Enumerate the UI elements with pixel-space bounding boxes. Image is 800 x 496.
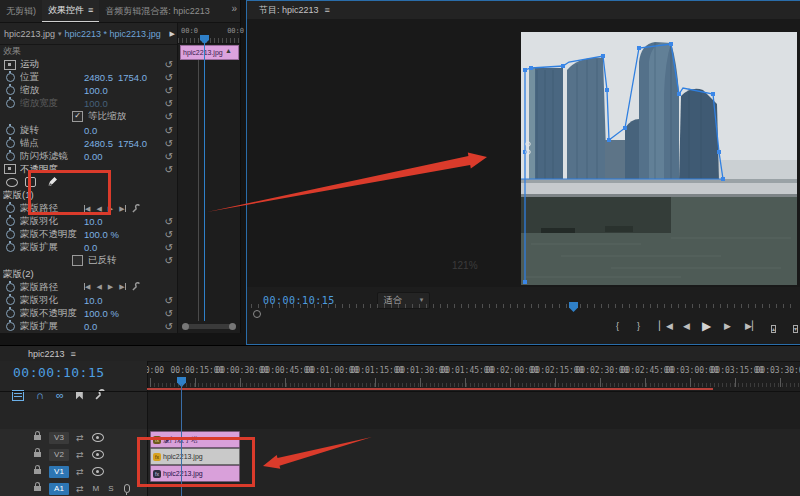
stopwatch-icon[interactable] (6, 139, 15, 148)
step-forward-button[interactable]: ▶ (724, 321, 731, 331)
reset-icon[interactable]: ↺ (165, 86, 173, 95)
mute-button[interactable]: M (93, 484, 100, 493)
stopwatch-icon[interactable] (6, 86, 15, 95)
tab-source-clip[interactable]: 无剪辑) (0, 0, 42, 22)
scrollbar-left-knob[interactable] (182, 323, 189, 330)
anchor-y-value[interactable]: 1754.0 (118, 138, 152, 149)
track-mask-forward-icon[interactable]: ▶ (108, 283, 113, 291)
expand-right-icon[interactable]: ▶ (170, 30, 175, 38)
stopwatch-icon[interactable] (6, 243, 15, 252)
reset-icon[interactable]: ↺ (165, 152, 173, 161)
rotation-value[interactable]: 0.0 (84, 125, 118, 136)
source-clip-name[interactable]: hpic2213.jpg (4, 29, 55, 39)
fx-row-mask2-feather[interactable]: 蒙版羽化 10.0 ↺ (0, 294, 178, 307)
mask1-expansion-value[interactable]: 0.0 (84, 242, 118, 253)
tab-audio-clip-mixer[interactable]: 音频剪辑混合器: hpic2213 (99, 0, 216, 22)
reset-icon[interactable]: ↺ (165, 60, 173, 69)
sequence-clip-ref[interactable]: hpic2213 * hpic2213.jpg (65, 29, 161, 39)
fx-row-mask1-opacity[interactable]: 蒙版不透明度 100.0 % ↺ (0, 228, 178, 241)
reset-icon[interactable]: ↺ (165, 243, 173, 252)
fx-mini-timeline[interactable]: 00:0 00:0 hpic2213.jpg ▲ (177, 23, 240, 333)
track-mask-backward-one-icon[interactable]: ◀ (84, 283, 90, 291)
stopwatch-icon[interactable] (6, 217, 15, 226)
fx-mini-ruler[interactable]: 00:0 00:0 (178, 23, 240, 44)
sync-lock-icon[interactable]: ⇄ (76, 467, 84, 477)
timeline-tab[interactable]: hpic2213 (28, 349, 65, 359)
lock-icon[interactable] (34, 469, 41, 474)
anchor-x-value[interactable]: 2480.5 (84, 138, 118, 149)
mask1-opacity-value[interactable]: 100.0 % (84, 229, 119, 240)
reset-icon[interactable]: ↺ (165, 139, 173, 148)
tab-overflow-icon[interactable]: » (231, 3, 237, 14)
mask1-feather-value[interactable]: 10.0 (84, 216, 118, 227)
fx-row-position[interactable]: 位置 2480.5 1754.0 ↺ (0, 71, 178, 84)
mark-out-button[interactable]: } (637, 321, 640, 331)
scrollbar-right-knob[interactable] (229, 323, 236, 330)
panel-menu-icon[interactable]: ≡ (88, 5, 93, 15)
fx-row-mask2-opacity[interactable]: 蒙版不透明度 100.0 % ↺ (0, 307, 178, 320)
extract-button[interactable]: ▾ (793, 323, 798, 333)
lift-button[interactable]: ▴ (771, 323, 776, 333)
reset-icon[interactable]: ↺ (165, 126, 173, 135)
program-preview-image[interactable] (521, 32, 797, 285)
toggle-output-eye-icon[interactable] (92, 467, 104, 476)
reset-icon[interactable]: ↺ (165, 230, 173, 239)
mask2-expansion-value[interactable]: 0.0 (84, 321, 118, 332)
fx-row-mask1-feather[interactable]: 蒙版羽化 10.0 ↺ (0, 215, 178, 228)
stopwatch-icon[interactable] (6, 322, 15, 331)
scrubber-start-knob[interactable] (253, 310, 261, 318)
stopwatch-icon[interactable] (6, 296, 15, 305)
stopwatch-icon[interactable] (6, 230, 15, 239)
play-button[interactable]: ▶ (702, 319, 711, 333)
fx-row-motion[interactable]: 运动 ↺ (0, 58, 178, 71)
stopwatch-icon[interactable] (6, 126, 15, 135)
reset-icon[interactable]: ↺ (165, 165, 173, 174)
panel-menu-icon[interactable]: ≡ (71, 349, 76, 359)
toggle-output-eye-icon[interactable] (92, 433, 104, 442)
timeline-timecode[interactable]: 00:00:10:15 (13, 365, 105, 380)
fx-row-antiflicker[interactable]: 防闪烁滤镜 0.00 ↺ (0, 150, 178, 163)
fx-row-mask2-header[interactable]: 蒙版(2) (0, 268, 178, 281)
track-mask-backward-icon[interactable]: ◀ (96, 283, 101, 291)
position-x-value[interactable]: 2480.5 (84, 72, 118, 83)
reset-icon[interactable]: ↺ (165, 322, 173, 331)
go-to-out-button[interactable]: ▶▏ (745, 321, 759, 331)
track-target-v2[interactable]: V2 (49, 449, 69, 461)
reset-icon[interactable]: ↺ (165, 99, 173, 108)
track-mask-forward-one-icon[interactable]: ▶ (119, 283, 125, 291)
reset-icon[interactable]: ↺ (165, 256, 173, 265)
mask2-opacity-value[interactable]: 100.0 % (84, 308, 119, 319)
fx-row-rotation[interactable]: 旋转 0.0 ↺ (0, 123, 178, 136)
program-viewer[interactable]: 121% (247, 19, 800, 287)
sync-lock-icon[interactable]: ⇄ (76, 450, 84, 460)
ellipse-mask-tool-icon[interactable] (6, 178, 18, 187)
track-mask-forward-one-icon[interactable]: ▶ (119, 205, 125, 213)
sync-lock-icon[interactable]: ⇄ (76, 484, 84, 494)
sync-lock-icon[interactable]: ⇄ (76, 433, 84, 443)
collapse-up-icon[interactable]: ▲ (225, 47, 232, 54)
antiflicker-value[interactable]: 0.00 (84, 151, 118, 162)
step-back-button[interactable]: ◀ (683, 321, 690, 331)
lock-icon[interactable] (34, 435, 41, 440)
voiceover-mic-icon[interactable] (124, 484, 130, 493)
fx-row-mask1-expansion[interactable]: 蒙版扩展 0.0 ↺ (0, 241, 178, 254)
mark-in-button[interactable]: { (616, 321, 619, 331)
stopwatch-icon[interactable] (6, 73, 15, 82)
reset-icon[interactable]: ↺ (165, 217, 173, 226)
lock-icon[interactable] (34, 452, 41, 457)
panel-menu-icon[interactable]: ≡ (325, 5, 330, 15)
solo-button[interactable]: S (108, 484, 113, 493)
toggle-output-eye-icon[interactable] (92, 450, 104, 459)
fx-row-uniform-scale[interactable]: ✓ 等比缩放 ↺ (0, 110, 178, 123)
mask-tracking-settings-icon[interactable] (132, 282, 141, 292)
go-to-in-button[interactable]: ▏◀ (659, 321, 673, 331)
program-scrubber[interactable] (251, 304, 795, 313)
tab-effect-controls[interactable]: 效果控件 ≡ (42, 0, 99, 23)
mask-tracking-settings-icon[interactable] (132, 204, 141, 214)
inverted-checkbox[interactable] (72, 255, 83, 266)
fx-row-anchor[interactable]: 锚点 2480.5 1754.0 ↺ (0, 137, 178, 150)
mask2-feather-value[interactable]: 10.0 (84, 295, 118, 306)
chevron-down-icon[interactable]: ▾ (58, 30, 62, 38)
position-y-value[interactable]: 1754.0 (118, 72, 152, 83)
fx-row-mask1-inverted[interactable]: 已反转 ↺ (0, 254, 178, 267)
